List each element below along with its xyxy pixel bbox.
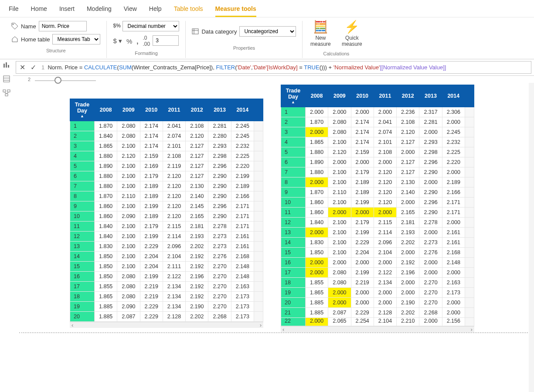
format-select[interactable]: Decimal number [122, 21, 179, 31]
report-canvas[interactable]: TradeDay▲200820092010201120122013201411.… [13, 82, 534, 332]
table-row[interactable]: 81.8702.1102.1892.1202.1402.2902.166 [70, 191, 263, 201]
table-row[interactable]: 31.8652.1002.1742.1012.1272.2932.232 [70, 141, 263, 151]
model-view-icon[interactable] [3, 89, 10, 97]
table-row[interactable]: 41.8802.1202.1592.1082.1272.2982.225 [70, 151, 263, 161]
table-row[interactable]: 161.8502.0802.1992.1222.1962.2702.148 [70, 271, 263, 281]
table-row[interactable]: 211.8852.0872.2292.1282.2022.2682.000 [281, 307, 474, 317]
formula-bar[interactable]: ✕ ✓ 1 Norm. Price = CALCULATE(SUM(Winter… [13, 59, 534, 76]
table-row[interactable]: 51.8802.1202.1592.1082.0002.2982.225 [281, 147, 474, 157]
table-row[interactable]: 32.0002.0802.1742.0742.1202.0002.245 [281, 127, 474, 137]
col-header[interactable]: TradeDay▲ [70, 99, 95, 121]
table-row[interactable]: 101.8602.0902.1892.1202.1652.2902.171 [70, 211, 263, 221]
table-row[interactable]: 111.8602.0002.0002.0002.1652.2902.171 [281, 207, 474, 217]
cell: 2.196 [186, 271, 208, 281]
formula-cancel-icon[interactable]: ✕ [20, 63, 25, 72]
tab-measure-tools[interactable]: Measure tools [215, 3, 256, 17]
table-row[interactable]: 151.8502.1002.2042.1112.1922.2702.148 [70, 261, 263, 271]
table-row[interactable]: 172.0002.0802.1992.1222.1962.0002.000 [281, 267, 474, 277]
table-row[interactable]: 201.8852.0002.0002.0002.1902.2702.000 [281, 297, 474, 307]
home-table-select[interactable]: Measures Table [52, 34, 100, 44]
panes-collapsed[interactable] [529, 83, 534, 333]
hscroll-left[interactable] [70, 322, 263, 328]
matrix-visual-right[interactable]: TradeDay▲200820092010201120122013201412.… [281, 85, 474, 332]
cell: 2.220 [231, 161, 254, 171]
tab-insert[interactable]: Insert [59, 3, 75, 17]
table-row[interactable]: 82.0002.1002.1892.1202.1302.0002.189 [281, 177, 474, 187]
col-header[interactable]: 2013 [419, 85, 442, 107]
col-header[interactable]: 2011 [163, 99, 185, 121]
report-view-icon[interactable] [3, 61, 10, 69]
formula-commit-icon[interactable]: ✓ [31, 63, 36, 72]
matrix-visual-left[interactable]: TradeDay▲200820092010201120122013201411.… [70, 99, 263, 332]
col-header[interactable]: 2011 [374, 85, 396, 107]
percent-button[interactable]: % [126, 37, 132, 45]
table-row[interactable]: 41.8652.1002.1742.1012.1272.2932.232 [281, 137, 474, 147]
tab-help[interactable]: Help [149, 3, 162, 17]
data-category-select[interactable]: Uncategorized [239, 26, 296, 37]
table-row[interactable]: 12.0002.0002.0002.0002.2362.3172.306 [281, 107, 474, 117]
measure-name-input[interactable] [39, 21, 87, 31]
table-row[interactable]: 61.8902.0002.0002.0002.1272.2962.220 [281, 157, 474, 167]
col-header[interactable]: 2014 [231, 99, 254, 121]
table-row[interactable]: 171.8552.0802.2192.1342.1922.2702.163 [70, 281, 263, 291]
table-row[interactable]: 111.8402.1002.1792.1152.1812.2782.171 [70, 221, 263, 231]
table-row[interactable]: 61.8802.1002.1792.1202.1272.2902.199 [70, 171, 263, 181]
table-row[interactable]: 181.8652.0802.2192.1342.1922.2702.173 [70, 291, 263, 301]
col-header[interactable]: TradeDay▲ [281, 85, 305, 107]
cell: 2.000 [419, 317, 442, 326]
quick-measure-button[interactable]: ⚡ Quick measure [340, 21, 364, 48]
data-view-icon[interactable] [3, 75, 10, 83]
table-row[interactable]: 121.8402.1002.1992.1142.1932.2732.161 [70, 231, 263, 241]
table-row[interactable]: 191.8852.0902.2292.1342.1902.2702.173 [70, 301, 263, 311]
table-row[interactable]: 181.8552.0802.2192.1342.0002.2702.163 [281, 277, 474, 287]
cell: 1.865 [305, 287, 328, 297]
dax-expression[interactable]: 1 Norm. Price = CALCULATE(SUM(Winter_Con… [41, 64, 446, 71]
new-measure-button[interactable]: 🧮 New measure [309, 21, 332, 48]
col-header[interactable]: 2012 [397, 85, 419, 107]
table-row[interactable]: 121.8402.1002.1792.1152.1812.2782.000 [281, 217, 474, 227]
slicer-handle[interactable] [54, 77, 61, 84]
table-row[interactable]: 132.0002.1002.1992.1142.1932.0002.161 [281, 227, 474, 237]
table-row[interactable]: 131.8302.1002.2292.0962.2022.2732.161 [70, 241, 263, 251]
col-header[interactable]: 2010 [140, 99, 163, 121]
cell: 2.111 [163, 261, 185, 271]
cell: 1.840 [305, 217, 328, 227]
currency-button[interactable]: $ ▾ [113, 37, 122, 45]
table-row[interactable]: 141.8502.1002.2042.1042.1922.2762.168 [70, 251, 263, 261]
table-row[interactable]: 51.8902.1002.1692.1192.1272.2962.220 [70, 161, 263, 171]
col-header[interactable]: 2013 [208, 99, 231, 121]
table-row[interactable]: 91.8602.1002.1992.1202.1452.2962.171 [70, 201, 263, 211]
col-header[interactable]: 2009 [117, 99, 140, 121]
decimal-places-input[interactable] [153, 35, 179, 46]
tab-file[interactable]: File [9, 3, 19, 17]
table-row[interactable]: 141.8302.1002.2292.0962.2022.2732.161 [281, 237, 474, 247]
table-row[interactable]: 162.0002.0002.0002.0002.1922.0002.148 [281, 257, 474, 267]
col-header[interactable]: 2008 [95, 99, 117, 121]
table-row[interactable]: 91.8702.1102.1892.1202.1402.2902.166 [281, 187, 474, 197]
table-row[interactable]: 21.8702.0802.1742.0412.1082.2812.000 [281, 117, 474, 127]
tab-view[interactable]: View [124, 3, 137, 17]
slicer-track[interactable] [35, 80, 96, 81]
col-header[interactable]: 2012 [186, 99, 208, 121]
cell: 2.000 [328, 207, 351, 217]
table-row[interactable]: 71.8802.1002.1792.1202.1272.2902.000 [281, 167, 474, 177]
tab-home[interactable]: Home [31, 3, 47, 17]
cell: 2.174 [351, 127, 374, 137]
col-header[interactable]: 2010 [351, 85, 374, 107]
table-row[interactable]: 21.8402.0802.1742.0742.1202.2802.245 [70, 131, 263, 141]
table-row[interactable]: 201.8852.0872.2292.1282.2022.2682.173 [70, 311, 263, 321]
format-icon: $% [113, 23, 120, 30]
table-row[interactable]: 11.8702.0802.1742.0412.1082.2812.245 [70, 121, 263, 131]
col-header[interactable]: 2008 [305, 85, 328, 107]
table-row[interactable]: 222.0002.0652.2542.1042.2102.0002.156 [281, 317, 474, 326]
tab-modeling[interactable]: Modeling [87, 3, 112, 17]
table-row[interactable]: 151.8502.1002.2042.1042.0002.2762.168 [281, 247, 474, 257]
thousands-button[interactable]: , [136, 37, 138, 45]
table-row[interactable]: 191.8652.0002.0002.0002.0002.2702.173 [281, 287, 474, 297]
tab-table-tools[interactable]: Table tools [174, 3, 203, 17]
hscroll-right[interactable] [281, 326, 474, 332]
table-row[interactable]: 71.8802.1002.1892.1202.1302.2902.189 [70, 181, 263, 191]
col-header[interactable]: 2009 [328, 85, 351, 107]
col-header[interactable]: 2014 [442, 85, 465, 107]
table-row[interactable]: 101.8602.1002.1992.1202.0002.2962.171 [281, 197, 474, 207]
